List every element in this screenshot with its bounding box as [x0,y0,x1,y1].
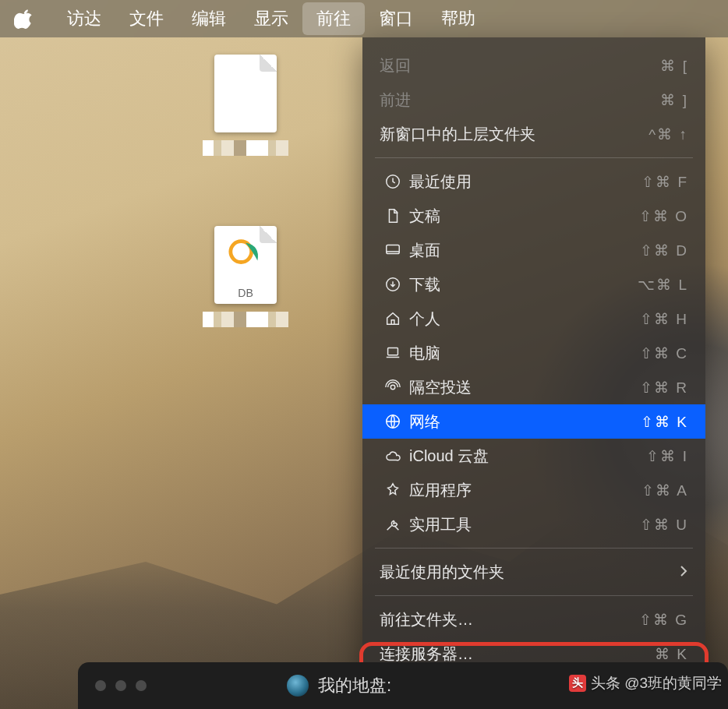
menu-label: 新窗口中的上层文件夹 [380,124,648,145]
laptop-icon [380,344,406,362]
menu-label: 实用工具 [406,514,640,535]
file-label-redacted [203,140,288,156]
tools-icon [380,516,406,533]
watermark-text: 头条 @3班的黄同学 [591,673,722,693]
desktop-icon [380,242,406,259]
menu-shortcut: ⇧⌘ C [640,344,688,362]
desktop-file-2[interactable]: DB [203,226,288,327]
menu-item-utilities[interactable]: 实用工具 ⇧⌘ U [362,507,705,541]
window-title: 我的地盘: [318,674,391,697]
menu-shortcut: ⌘ [ [660,57,688,75]
menu-shortcut: ⇧⌘ D [640,242,688,259]
chevron-right-icon [679,563,688,581]
menu-shortcut: ⌥⌘ L [638,276,688,294]
menubar-item-file[interactable]: 文件 [115,2,178,35]
toutiao-logo-icon: 头 [569,675,586,692]
menu-label: 最近使用的文件夹 [380,562,679,583]
svg-point-5 [391,385,395,390]
menu-label: 桌面 [406,240,640,261]
menubar-item-edit[interactable]: 编辑 [178,2,240,35]
apps-icon [380,481,406,499]
zoom-icon[interactable] [136,680,147,691]
menu-shortcut: ⌘ ] [660,91,688,109]
menu-shortcut: ⌘ K [655,645,688,663]
menu-label: 前往文件夹… [380,609,639,630]
menu-shortcut: ⇧⌘ G [639,611,688,629]
menu-item-applications[interactable]: 应用程序 ⇧⌘ A [362,473,705,507]
menu-label: 连接服务器… [380,644,655,665]
menu-item-back: 返回 ⌘ [ [362,48,705,83]
menu-label: 电脑 [406,343,640,364]
menu-shortcut: ⇧⌘ I [646,447,688,465]
menu-label: 个人 [406,309,640,330]
menu-divider [375,595,693,596]
menubar-item-finder[interactable]: 访达 [53,2,115,35]
menu-item-recent-folders[interactable]: 最近使用的文件夹 [362,555,705,589]
menu-label: 前进 [380,90,660,111]
menu-label: 网络 [406,411,641,432]
menubar: 访达 文件 编辑 显示 前往 窗口 帮助 [0,0,728,37]
airdrop-icon [380,379,406,396]
svg-rect-2 [387,245,400,254]
menu-item-airdrop[interactable]: 隔空投送 ⇧⌘ R [362,370,705,404]
apple-logo-icon[interactable] [14,9,34,29]
menu-item-recent[interactable]: 最近使用 ⇧⌘ F [362,164,705,199]
menu-shortcut: ⇧⌘ A [641,481,688,499]
menu-divider [375,157,693,158]
menu-shortcut: ⇧⌘ U [640,516,688,534]
menubar-item-view[interactable]: 显示 [240,2,302,35]
menu-divider [375,548,693,549]
db-label: DB [214,287,277,299]
close-icon[interactable] [95,680,106,691]
menu-label: 文稿 [406,206,639,227]
globe-icon [380,413,406,430]
clock-icon [380,173,406,190]
menu-label: 下载 [406,274,638,295]
go-menu: 返回 ⌘ [ 前进 ⌘ ] 新窗口中的上层文件夹 ^⌘ ↑ 最近使用 ⇧⌘ F … [362,37,705,685]
menu-item-computer[interactable]: 电脑 ⇧⌘ C [362,336,705,370]
menu-shortcut: ⇧⌘ K [641,413,688,431]
cloud-icon [380,447,406,464]
minimize-icon[interactable] [115,680,126,691]
menu-label: 返回 [380,55,660,76]
menu-item-icloud[interactable]: iCloud 云盘 ⇧⌘ I [362,439,705,473]
menu-item-network[interactable]: 网络 ⇧⌘ K [362,404,705,439]
watermark: 头 头条 @3班的黄同学 [569,673,722,693]
menu-shortcut: ⇧⌘ R [640,379,688,397]
home-icon [380,310,406,327]
file-label-redacted [203,312,288,327]
svg-rect-4 [388,348,398,355]
traffic-lights[interactable] [95,680,147,691]
menu-item-goto-folder[interactable]: 前往文件夹… ⇧⌘ G [362,602,705,637]
menu-item-desktop[interactable]: 桌面 ⇧⌘ D [362,233,705,267]
menu-shortcut: ⇧⌘ F [641,173,688,191]
menu-shortcut: ^⌘ ↑ [648,125,688,143]
menubar-item-help[interactable]: 帮助 [427,2,489,35]
document-icon [380,207,406,224]
menu-shortcut: ⇧⌘ O [639,207,688,225]
menu-label: iCloud 云盘 [406,446,646,467]
menu-label: 最近使用 [406,171,641,192]
navicat-db-icon [214,235,277,274]
desktop-file-1[interactable] [203,55,288,156]
menu-item-enclosing[interactable]: 新窗口中的上层文件夹 ^⌘ ↑ [362,117,705,151]
menu-item-home[interactable]: 个人 ⇧⌘ H [362,302,705,336]
file-icon [214,55,277,132]
menu-label: 隔空投送 [406,377,640,398]
download-icon [380,276,406,293]
menu-item-downloads[interactable]: 下载 ⌥⌘ L [362,267,705,302]
menu-item-documents[interactable]: 文稿 ⇧⌘ O [362,199,705,233]
disk-icon [287,675,309,697]
file-icon: DB [214,226,277,304]
menubar-item-window[interactable]: 窗口 [365,2,427,35]
menubar-item-go[interactable]: 前往 [302,2,365,35]
menu-item-forward: 前进 ⌘ ] [362,83,705,117]
menu-shortcut: ⇧⌘ H [640,310,688,328]
menu-label: 应用程序 [406,480,641,501]
